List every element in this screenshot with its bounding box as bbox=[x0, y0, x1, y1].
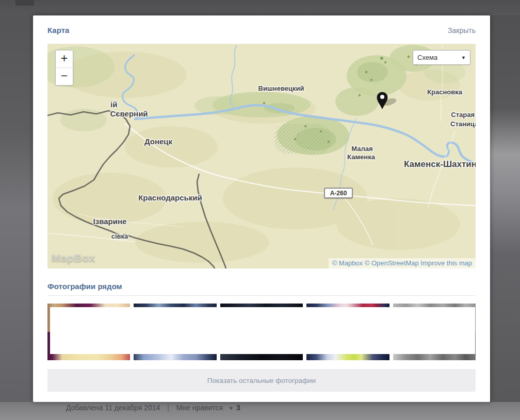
photo-added-date: Добавлена 11 декабря 2014 bbox=[66, 404, 160, 412]
photo-caption: Добавлена 11 декабря 2014 | Мне нравится… bbox=[66, 404, 240, 412]
backdrop-right bbox=[490, 15, 520, 402]
map-canvas[interactable]: ВишневецкийКрасновкаійСєвернийДонецкМала… bbox=[47, 44, 476, 268]
map-label: Ізварине bbox=[93, 217, 127, 226]
photo-strip bbox=[47, 304, 476, 360]
map-attribution[interactable]: © Mapbox © OpenStreetMap Improve this ma… bbox=[329, 258, 476, 268]
zoom-in-button[interactable]: + bbox=[56, 51, 73, 68]
map-layer-select[interactable]: Схема ▼ bbox=[413, 50, 470, 65]
map-label: Станица bbox=[450, 121, 476, 128]
backdrop-bottom-bar: Добавлена 11 декабря 2014 | Мне нравится… bbox=[0, 402, 520, 420]
close-button[interactable]: Закрыть bbox=[448, 26, 476, 35]
heart-icon: ♥ bbox=[229, 405, 233, 412]
modal-header: Карта Закрыть bbox=[47, 15, 476, 44]
map-label: Вишневецкий bbox=[258, 85, 304, 92]
likes-link[interactable]: Мне нравится bbox=[176, 404, 223, 412]
map-label: сівка bbox=[111, 233, 128, 240]
mapbox-logo: MapBox bbox=[52, 252, 95, 264]
map-label: Краснодарський bbox=[138, 194, 202, 203]
map-label: Красновка bbox=[427, 89, 462, 96]
show-more-photos-button[interactable]: Показать остальные фотографии bbox=[47, 369, 476, 392]
caption-separator: | bbox=[167, 404, 169, 412]
layer-select-value: Схема bbox=[413, 54, 461, 61]
map-modal-dialog: Карта Закрыть bbox=[33, 15, 490, 402]
zoom-control: + − bbox=[55, 50, 73, 86]
modal-title: Карта bbox=[47, 26, 69, 35]
chevron-down-icon: ▼ bbox=[461, 55, 470, 60]
map-label: Донецк bbox=[144, 138, 172, 146]
backdrop-left bbox=[0, 15, 33, 402]
photos-nearby-title: Фотографии рядом bbox=[47, 282, 476, 296]
map-label: Каменск-Шахтинский bbox=[404, 160, 476, 170]
map-label: Каменка bbox=[347, 154, 375, 161]
marsh-hatch bbox=[274, 124, 331, 154]
backdrop-notch bbox=[15, 0, 34, 6]
map-label: Малая bbox=[351, 145, 372, 153]
likes-count: 3 bbox=[236, 404, 240, 412]
zoom-out-button[interactable]: − bbox=[56, 68, 73, 85]
road-shield: А-260 bbox=[324, 188, 353, 198]
map-label: Старая bbox=[451, 111, 475, 119]
map-label: Сєверний bbox=[110, 110, 148, 119]
map-label: ій bbox=[110, 100, 117, 109]
photos-blank-overlay bbox=[50, 307, 475, 354]
backdrop-top bbox=[0, 0, 520, 15]
